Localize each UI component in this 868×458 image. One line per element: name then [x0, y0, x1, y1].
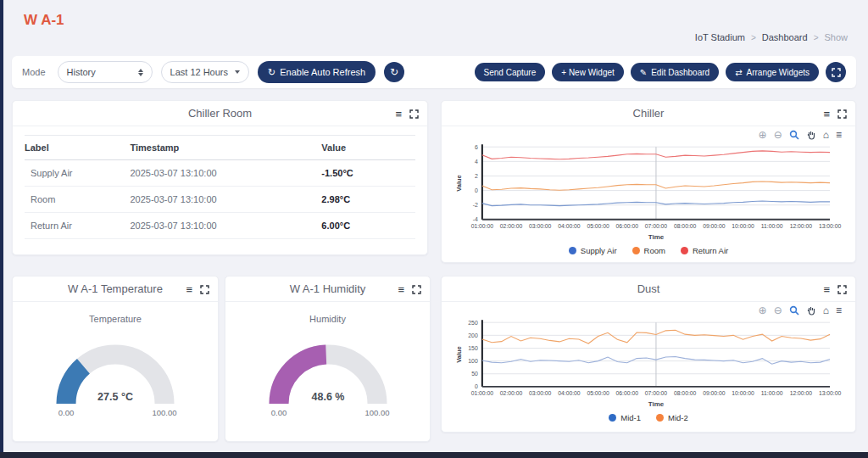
svg-text:250: 250: [468, 320, 478, 326]
new-widget-button[interactable]: + New Widget: [552, 63, 624, 81]
svg-text:02:00:00: 02:00:00: [500, 223, 523, 229]
menu-icon[interactable]: ≡: [823, 284, 830, 295]
menu-icon[interactable]: ≡: [836, 130, 842, 140]
pan-hand-icon[interactable]: [806, 305, 816, 316]
selection-zoom-icon[interactable]: [789, 130, 799, 140]
widget-header: W A-1 Humidity ≡: [225, 276, 430, 302]
send-capture-button[interactable]: Send Capture: [475, 63, 546, 81]
chart-legend[interactable]: Supply AirRoomReturn Air: [442, 246, 855, 255]
svg-text:07:00:00: 07:00:00: [645, 223, 668, 229]
row-label: Supply Air: [25, 160, 130, 187]
home-icon[interactable]: ⌂: [823, 130, 829, 140]
arrange-widgets-button[interactable]: ⇄ Arrange Widgets: [726, 63, 819, 81]
table-row: Room 2025-03-07 13:10:00 2.98°C: [25, 187, 415, 213]
legend-item[interactable]: Mid-1: [609, 413, 641, 422]
fullscreen-button[interactable]: [826, 62, 846, 82]
svg-text:09:00:00: 09:00:00: [703, 223, 726, 229]
legend-item[interactable]: Supply Air: [569, 246, 617, 255]
widget-chiller-room: Chiller Room ≡ Label Timestamp Value: [12, 100, 428, 255]
svg-text:Value: Value: [455, 346, 463, 362]
home-icon[interactable]: ⌂: [823, 305, 829, 316]
gauge-label: Humidity: [309, 314, 346, 324]
chevron-down-icon: [235, 70, 240, 74]
svg-text:6: 6: [475, 144, 478, 150]
svg-text:10:00:00: 10:00:00: [732, 223, 754, 229]
expand-icon[interactable]: [412, 285, 421, 294]
page-title: W A-1: [24, 12, 64, 29]
widget-title: Chiller Room: [188, 107, 252, 120]
widget-chiller-chart: Chiller ≡ ⊕ ⊖: [441, 100, 856, 263]
dust-chart[interactable]: 05010015020025001:00:0002:00:0003:00:000…: [442, 317, 855, 412]
svg-text:06:00:00: 06:00:00: [616, 223, 639, 229]
chiller-chart[interactable]: -4-2024601:00:0002:00:0003:00:0004:00:00…: [442, 142, 855, 245]
edit-dashboard-label: Edit Dashboard: [651, 68, 709, 77]
expand-icon[interactable]: [837, 109, 847, 119]
expand-icon[interactable]: [837, 285, 847, 294]
menu-icon[interactable]: ≡: [398, 284, 404, 295]
svg-text:Time: Time: [648, 233, 665, 241]
col-timestamp: Timestamp: [130, 136, 321, 160]
expand-icon[interactable]: [200, 285, 209, 294]
widget-header: Chiller ≡: [442, 101, 855, 126]
legend-label: Supply Air: [581, 246, 617, 255]
svg-text:50: 50: [471, 371, 478, 377]
widget-title: W A-1 Humidity: [290, 282, 366, 295]
zoom-in-icon[interactable]: ⊕: [759, 305, 767, 316]
toolbar-actions: Send Capture + New Widget ✎ Edit Dashboa…: [475, 62, 846, 82]
row-label: Room: [25, 187, 130, 213]
chevron-right-icon: >: [814, 33, 819, 42]
refresh-icon: ↻: [390, 66, 398, 78]
svg-text:07:00:00: 07:00:00: [645, 390, 668, 396]
legend-label: Room: [644, 246, 665, 255]
menu-icon[interactable]: ≡: [186, 284, 192, 295]
breadcrumb-dashboard[interactable]: Dashboard: [762, 32, 808, 42]
enable-auto-refresh-button[interactable]: ↻ Enable Auto Refresh: [258, 61, 376, 83]
expand-icon[interactable]: [409, 109, 419, 119]
edit-dashboard-button[interactable]: ✎ Edit Dashboard: [631, 63, 719, 81]
new-widget-label: + New Widget: [561, 68, 615, 77]
pan-hand-icon[interactable]: [806, 130, 816, 140]
row-value: 6.00°C: [321, 213, 415, 239]
col-label: Label: [25, 136, 130, 160]
widget-title: W A-1 Temperature: [68, 282, 163, 295]
zoom-out-icon[interactable]: ⊖: [774, 305, 782, 316]
svg-text:2: 2: [475, 173, 478, 179]
selection-zoom-icon[interactable]: [789, 305, 799, 316]
enable-auto-refresh-label: Enable Auto Refresh: [280, 67, 365, 77]
table-row: Return Air 2025-03-07 13:10:00 6.00°C: [25, 213, 415, 239]
row-timestamp: 2025-03-07 13:10:00: [130, 213, 321, 239]
legend-item[interactable]: Return Air: [681, 246, 728, 255]
svg-text:0.00: 0.00: [58, 408, 75, 417]
menu-icon[interactable]: ≡: [395, 109, 402, 120]
zoom-in-icon[interactable]: ⊕: [759, 130, 767, 140]
zoom-out-icon[interactable]: ⊖: [774, 130, 782, 140]
menu-icon[interactable]: ≡: [836, 305, 842, 316]
updown-icon: [138, 69, 143, 76]
menu-icon[interactable]: ≡: [823, 109, 830, 120]
svg-text:200: 200: [468, 332, 478, 338]
row-value: 2.98°C: [321, 187, 415, 213]
svg-text:13:00:00: 13:00:00: [819, 223, 842, 229]
expand-arrows-icon: [832, 68, 841, 77]
legend-dot-icon: [609, 414, 616, 422]
svg-text:0: 0: [475, 383, 478, 389]
widget-title: Dust: [637, 282, 660, 295]
widget-header: W A-1 Temperature ≡: [13, 276, 218, 302]
breadcrumb-iot-stadium[interactable]: IoT Stadium: [695, 32, 745, 42]
svg-text:05:00:00: 05:00:00: [587, 390, 609, 396]
svg-text:150: 150: [468, 345, 478, 351]
legend-label: Mid-2: [668, 413, 688, 422]
legend-item[interactable]: Mid-2: [656, 413, 688, 422]
bottom-bar: [0, 452, 868, 458]
send-capture-label: Send Capture: [484, 68, 537, 77]
legend-dot-icon: [569, 247, 576, 254]
breadcrumb: IoT Stadium > Dashboard > Show: [695, 32, 848, 42]
refresh-button[interactable]: ↻: [384, 62, 404, 82]
row-timestamp: 2025-03-07 13:10:00: [130, 160, 321, 187]
time-range-select[interactable]: Last 12 Hours: [161, 61, 249, 83]
chart-legend[interactable]: Mid-1Mid-2: [442, 413, 855, 422]
legend-dot-icon: [632, 247, 640, 254]
mode-select[interactable]: History: [58, 61, 153, 83]
legend-dot-icon: [681, 247, 688, 254]
legend-item[interactable]: Room: [632, 246, 665, 255]
